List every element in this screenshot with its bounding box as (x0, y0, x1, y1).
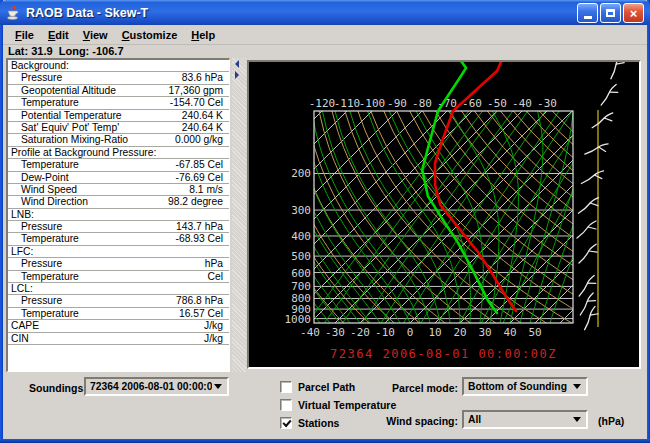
chevron-down-icon (573, 384, 581, 393)
menu-item-file[interactable]: File (8, 27, 41, 43)
menu-item-edit[interactable]: Edit (41, 27, 76, 43)
row-label: Background: (11, 60, 69, 72)
menu-bar: FileEditViewCustomizeHelp (3, 25, 647, 45)
checkbox-row-stations[interactable]: Stations (280, 416, 339, 430)
wind-spacing-unit: (hPa) (598, 415, 624, 427)
collapse-right-icon[interactable] (235, 71, 239, 79)
svg-text:400: 400 (291, 230, 311, 243)
unchecked-checkbox[interactable] (280, 399, 292, 411)
table-row: Profile at Background Pressure: (8, 147, 229, 159)
minimize-button[interactable] (577, 3, 598, 23)
svg-text:300: 300 (291, 204, 311, 217)
soundings-label: Soundings: (29, 382, 87, 394)
table-row: Sat' Equiv' Pot' Temp'240.64 K (8, 122, 229, 134)
row-value: 98.2 degree (168, 196, 223, 208)
row-value: 240.64 K (182, 110, 223, 122)
checkbox-label: Stations (298, 417, 339, 429)
checkbox-row-virtual-temperature[interactable]: Virtual Temperature (280, 398, 396, 412)
parcel-mode-value: Bottom of Sounding (464, 381, 571, 392)
soundings-combobox[interactable]: 72364 2006-08-01 00:00:00Z (84, 377, 229, 396)
row-label: Pressure (21, 221, 62, 233)
wind-barb-icon (604, 62, 628, 79)
row-value: 83.6 hPa (182, 72, 223, 84)
table-row: Pressure143.7 hPa (8, 221, 229, 233)
table-row: Geopotential Altitude17,360 gpm (8, 85, 229, 97)
table-row: CINJ/kg (8, 333, 229, 345)
svg-text:200: 200 (291, 167, 311, 180)
svg-text:-110: -110 (334, 97, 361, 110)
table-row: LCL: (8, 283, 229, 295)
row-value: 17,360 gpm (169, 85, 223, 97)
table-row: LFC: (8, 246, 229, 258)
table-row: Temperature-67.85 Cel (8, 159, 229, 171)
row-value: hPa (205, 258, 223, 270)
svg-text:20: 20 (453, 326, 466, 339)
checkbox-row-parcel-path[interactable]: Parcel Path (280, 380, 355, 394)
checked-checkbox[interactable] (280, 417, 292, 429)
split-pane-divider[interactable] (232, 58, 246, 372)
row-value: -67.85 Cel (175, 159, 223, 171)
table-row: CAPEJ/kg (8, 320, 229, 332)
row-label: Saturation Mixing-Ratio (21, 134, 128, 146)
app-window: RAOB Data - Skew-T × FileEditViewCustomi… (0, 0, 650, 443)
java-cup-icon (5, 5, 21, 21)
row-label: Temperature (21, 233, 79, 245)
row-value: 16.57 Cel (179, 308, 223, 320)
row-label: LNB: (11, 209, 34, 221)
svg-text:50: 50 (528, 326, 541, 339)
table-row: Temperature16.57 Cel (8, 308, 229, 320)
row-label: LCL: (11, 283, 33, 295)
wind-barb-icon (585, 138, 608, 160)
row-label: Pressure (21, 258, 62, 270)
checkbox-label: Parcel Path (298, 381, 355, 393)
svg-text:1000: 1000 (285, 313, 312, 326)
svg-text:10: 10 (428, 326, 441, 339)
wind-barb-column (575, 62, 628, 330)
menu-item-customize[interactable]: Customize (115, 27, 185, 43)
svg-text:-30: -30 (325, 326, 345, 339)
wind-barb-icon (592, 111, 613, 130)
row-value: -76.69 Cel (175, 172, 223, 184)
collapse-left-icon[interactable] (235, 60, 239, 68)
table-row: Background: (8, 60, 229, 72)
row-label: Wind Direction (21, 196, 88, 208)
unchecked-checkbox[interactable] (280, 381, 292, 393)
wind-barb-icon (578, 196, 598, 214)
checkbox-label: Virtual Temperature (298, 399, 396, 411)
table-row: Temperature-154.70 Cel (8, 97, 229, 109)
menu-item-help[interactable]: Help (184, 27, 222, 43)
row-label: Temperature (21, 308, 79, 320)
svg-text:30: 30 (478, 326, 491, 339)
close-button[interactable]: × (623, 3, 644, 23)
title-bar[interactable]: RAOB Data - Skew-T × (0, 0, 650, 25)
table-row: Wind Direction98.2 degree (8, 196, 229, 208)
row-value: 143.7 hPa (176, 221, 223, 233)
parcel-mode-label: Parcel mode: (388, 382, 458, 394)
parcel-mode-combobox[interactable]: Bottom of Sounding (462, 377, 588, 396)
table-row: Potential Temperature240.64 K (8, 110, 229, 122)
maximize-button[interactable] (600, 3, 621, 23)
svg-text:0: 0 (407, 326, 414, 339)
svg-text:-120: -120 (309, 97, 336, 110)
table-row: Pressure83.6 hPa (8, 72, 229, 84)
svg-text:-40: -40 (512, 97, 532, 110)
wind-barb-icon (581, 167, 603, 188)
svg-text:-20: -20 (350, 326, 370, 339)
soundings-value: 72364 2006-08-01 00:00:00Z (86, 381, 212, 392)
row-label: Temperature (21, 159, 79, 171)
row-value: 240.64 K (182, 122, 223, 134)
svg-text:-80: -80 (412, 97, 432, 110)
menu-item-view[interactable]: View (76, 27, 115, 43)
window-border-bottom (0, 439, 650, 443)
table-row: Temperature-68.93 Cel (8, 233, 229, 245)
wind-spacing-value: All (464, 414, 571, 425)
svg-text:500: 500 (291, 250, 311, 263)
row-label: Sat' Equiv' Pot' Temp' (21, 122, 119, 134)
row-label: CIN (11, 333, 29, 345)
svg-text:-40: -40 (300, 326, 320, 339)
row-value: 786.8 hPa (176, 295, 223, 307)
table-row: Wind Speed8.1 m/s (8, 184, 229, 196)
svg-text:-30: -30 (537, 97, 557, 110)
row-label: Temperature (21, 271, 79, 283)
wind-spacing-combobox[interactable]: All (462, 410, 588, 429)
